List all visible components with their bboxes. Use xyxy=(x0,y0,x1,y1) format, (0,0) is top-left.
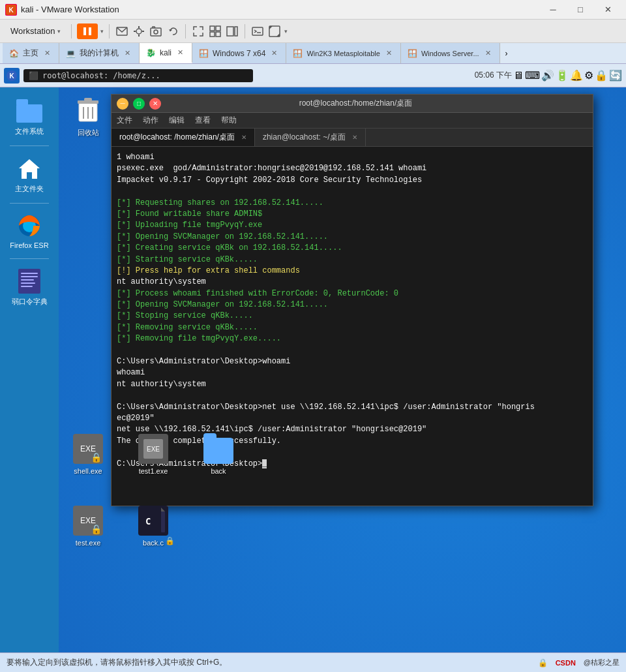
terminal-body[interactable]: 1 whoami psexec.exe god/Administrator:ho… xyxy=(112,147,593,506)
svg-rect-10 xyxy=(151,28,161,36)
firefox-label: Firefox ESR xyxy=(10,241,48,249)
desktop-icon-back-c[interactable]: C 🔒 back.c xyxy=(130,505,176,547)
back-dir-label: back xyxy=(211,467,226,475)
terminal-line-shares: [*] Requesting shares on 192.168.52.141.… xyxy=(117,198,342,264)
chevron-icon-2: ▾ xyxy=(284,28,288,35)
desktop-icon-back-dir[interactable]: back xyxy=(196,433,241,475)
clock-display: 05:06 下午 xyxy=(475,70,512,81)
tab-home-icon: 🏠 xyxy=(9,49,19,58)
minimize-button[interactable]: ─ xyxy=(540,0,566,20)
vm-settings-button[interactable] xyxy=(132,24,146,38)
tab-mypc-label: 我的计算机 xyxy=(80,48,119,59)
terminal-title: root@locahost:/home/zhian/桌面 xyxy=(163,98,548,109)
snapshot-button[interactable] xyxy=(149,24,163,38)
svg-text:C: C xyxy=(145,516,151,527)
terminal-maximize-button[interactable]: □ xyxy=(133,98,145,110)
tab-kali[interactable]: 🐉 kali ✕ xyxy=(140,43,192,63)
desktop-icon-test[interactable]: EXE 🔒 test.exe xyxy=(65,505,111,547)
terminal-tab-zhian[interactable]: zhian@locahost: ~/桌面 ✕ xyxy=(255,129,366,146)
desktop-icon-shell[interactable]: EXE 🔒 shell.exe xyxy=(65,433,111,475)
tab-home-label: 主页 xyxy=(23,48,38,59)
keyboard-icon[interactable]: ⌨ xyxy=(525,69,540,82)
tabs-bar: 🏠 主页 ✕ 💻 我的计算机 ✕ 🐉 kali ✕ 🪟 Windows 7 x6… xyxy=(0,43,626,64)
refresh-icon[interactable]: 🔄 xyxy=(609,69,622,82)
titlebar: K kali - VMware Workstation ─ □ ✕ xyxy=(0,0,626,20)
svg-rect-3 xyxy=(89,27,91,35)
revert-button[interactable] xyxy=(166,24,180,38)
home-icon xyxy=(16,155,42,181)
sidebar-item-weakpass[interactable]: 弱口令字典 xyxy=(3,264,55,311)
terminal-menu-edit[interactable]: 编辑 xyxy=(169,115,185,126)
terminal-minimize-button[interactable]: ─ xyxy=(117,98,128,110)
terminal-menu-action[interactable]: 动作 xyxy=(143,115,158,126)
tab-kali-close[interactable]: ✕ xyxy=(175,48,185,57)
test-exe-icon: EXE 🔒 xyxy=(72,505,104,536)
settings-icon[interactable]: ⚙ xyxy=(584,69,593,82)
desktop: 回收站 B burpsuite 🐍 xyxy=(59,87,626,652)
tab-win2k3-icon: 🪟 xyxy=(293,49,303,58)
back-dir-icon xyxy=(203,433,234,465)
vm-icon1[interactable]: 🖥 xyxy=(513,70,524,82)
desktop-icon-trash[interactable]: 回收站 xyxy=(65,94,111,138)
tab-mypc-close[interactable]: ✕ xyxy=(123,48,132,58)
terminal-menu-view[interactable]: 查看 xyxy=(195,115,211,126)
sidebar-item-filesystem[interactable]: 文件系统 xyxy=(3,94,55,140)
sidebar-item-firefox[interactable]: Firefox ESR xyxy=(3,209,55,253)
unity-button[interactable] xyxy=(208,24,222,38)
sidebar-item-home[interactable]: 主文件夹 xyxy=(3,151,55,198)
statusbar-csdn: CSDN xyxy=(556,659,576,667)
tab-home-close[interactable]: ✕ xyxy=(42,48,52,58)
tab-nav-right[interactable]: › xyxy=(500,43,513,63)
terminal-path-icon: ⬛ xyxy=(29,71,38,80)
desktop-icon-test1[interactable]: EXE test1.exe xyxy=(130,433,176,475)
terminal-tab-zhian-close[interactable]: ✕ xyxy=(352,134,357,141)
enter-fullscreen-button[interactable] xyxy=(267,24,282,38)
send-to-vm-button[interactable] xyxy=(115,24,129,38)
tab-win7[interactable]: 🪟 Windows 7 x64 ✕ xyxy=(192,43,286,63)
terminal-tab-root[interactable]: root@locahost: /home/zhian/桌面 ✕ xyxy=(112,129,255,146)
close-button[interactable]: ✕ xyxy=(595,0,621,20)
console-button[interactable] xyxy=(250,24,265,38)
svg-rect-50 xyxy=(142,508,161,532)
svg-rect-24 xyxy=(16,99,28,106)
address-bar[interactable]: ⬛ root@locahost: /home/z... xyxy=(23,69,253,82)
tab-mypc[interactable]: 💻 我的计算机 ✕ xyxy=(59,43,140,63)
volume-icon[interactable]: 🔊 xyxy=(541,69,554,82)
tab-win2k3[interactable]: 🪟 Win2K3 Metasploitable ✕ xyxy=(286,43,401,63)
test1-exe-label: test1.exe xyxy=(139,467,168,475)
svg-rect-30 xyxy=(21,276,38,277)
svg-rect-36 xyxy=(84,98,92,101)
tab-kali-label: kali xyxy=(160,48,171,57)
lock-icon[interactable]: 🔒 xyxy=(595,69,608,82)
notification-icon[interactable]: 🔔 xyxy=(570,69,583,82)
svg-rect-33 xyxy=(21,286,33,287)
chevron-down-icon: ▾ xyxy=(57,28,61,35)
weakpass-icon xyxy=(16,268,42,294)
sidebar-divider-3 xyxy=(10,258,49,259)
tab-winserver[interactable]: 🪟 Windows Server... ✕ xyxy=(401,43,500,63)
tab-win2k3-close[interactable]: ✕ xyxy=(384,48,394,58)
sep3 xyxy=(185,24,186,38)
tab-home[interactable]: 🏠 主页 ✕ xyxy=(3,43,59,63)
workstation-menu[interactable]: Workstation ▾ xyxy=(5,23,66,38)
terminal-menu-file[interactable]: 文件 xyxy=(117,115,132,126)
tab-winserver-close[interactable]: ✕ xyxy=(483,48,493,58)
svg-point-5 xyxy=(136,29,142,34)
tab-win7-close[interactable]: ✕ xyxy=(269,48,279,58)
svg-rect-16 xyxy=(227,27,233,36)
pause-button[interactable] xyxy=(77,23,98,39)
titlebar-controls: ─ □ ✕ xyxy=(540,0,621,20)
view-button[interactable] xyxy=(225,24,239,38)
fullscreen-button[interactable] xyxy=(191,24,205,38)
terminal-close-button[interactable]: ✕ xyxy=(149,98,161,110)
svg-rect-28 xyxy=(18,269,40,294)
menu-separator xyxy=(71,24,72,38)
terminal-tab-root-close[interactable]: ✕ xyxy=(241,134,246,141)
maximize-button[interactable]: □ xyxy=(567,0,593,20)
tab-win2k3-label: Win2K3 Metasploitable xyxy=(306,50,380,57)
battery-icon[interactable]: 🔋 xyxy=(556,69,569,82)
terminal-window: ─ □ ✕ root@locahost:/home/zhian/桌面 文件 动作… xyxy=(111,94,593,506)
sep4 xyxy=(245,24,245,38)
terminal-menu-help[interactable]: 帮助 xyxy=(221,115,237,126)
weakpass-label: 弱口令字典 xyxy=(12,297,48,307)
